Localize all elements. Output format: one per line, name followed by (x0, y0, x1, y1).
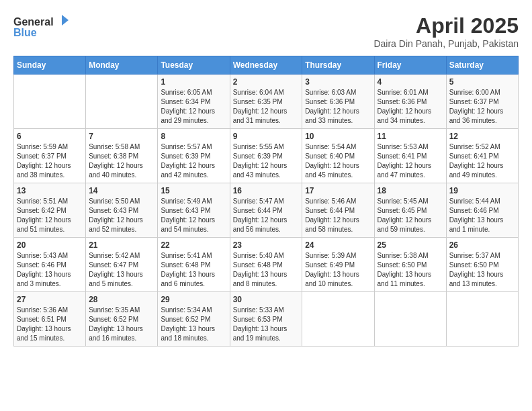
day-number: 15 (161, 186, 226, 195)
day-number: 7 (89, 132, 154, 141)
day-number: 27 (17, 295, 83, 304)
day-info: Sunrise: 5:47 AM Sunset: 6:44 PM Dayligh… (233, 197, 300, 234)
day-info: Sunrise: 6:01 AM Sunset: 6:36 PM Dayligh… (378, 88, 443, 126)
calendar-cell (374, 292, 446, 347)
calendar-cell: 28Sunrise: 5:35 AM Sunset: 6:52 PM Dayli… (86, 292, 158, 347)
calendar-cell: 10Sunrise: 5:54 AM Sunset: 6:40 PM Dayli… (302, 129, 374, 183)
day-info: Sunrise: 5:58 AM Sunset: 6:38 PM Dayligh… (89, 142, 154, 180)
calendar-cell: 6Sunrise: 5:59 AM Sunset: 6:37 PM Daylig… (14, 129, 86, 183)
day-number: 16 (233, 186, 300, 195)
day-info: Sunrise: 5:35 AM Sunset: 6:52 PM Dayligh… (89, 306, 154, 343)
day-info: Sunrise: 5:41 AM Sunset: 6:48 PM Dayligh… (161, 251, 226, 289)
week-row-3: 13Sunrise: 5:51 AM Sunset: 6:42 PM Dayli… (14, 183, 519, 238)
calendar-cell: 2Sunrise: 6:04 AM Sunset: 6:35 PM Daylig… (230, 75, 302, 129)
svg-text:Blue: Blue (13, 27, 37, 38)
day-number: 4 (378, 77, 443, 87)
calendar-cell: 20Sunrise: 5:43 AM Sunset: 6:46 PM Dayli… (14, 238, 86, 292)
day-number: 11 (378, 132, 443, 141)
calendar-cell: 7Sunrise: 5:58 AM Sunset: 6:38 PM Daylig… (86, 129, 158, 183)
day-number: 2 (233, 77, 300, 87)
calendar-cell: 22Sunrise: 5:41 AM Sunset: 6:48 PM Dayli… (158, 238, 230, 292)
calendar-cell: 25Sunrise: 5:38 AM Sunset: 6:50 PM Dayli… (374, 238, 446, 292)
day-info: Sunrise: 5:57 AM Sunset: 6:39 PM Dayligh… (161, 142, 226, 180)
logo-svg: GeneralBlue (13, 13, 81, 40)
calendar-cell (446, 292, 518, 347)
calendar-cell: 21Sunrise: 5:42 AM Sunset: 6:47 PM Dayli… (86, 238, 158, 292)
day-info: Sunrise: 5:45 AM Sunset: 6:45 PM Dayligh… (378, 197, 443, 234)
day-number: 18 (378, 186, 443, 195)
day-info: Sunrise: 5:51 AM Sunset: 6:42 PM Dayligh… (17, 197, 83, 234)
day-info: Sunrise: 5:54 AM Sunset: 6:40 PM Dayligh… (305, 142, 371, 180)
calendar-cell: 26Sunrise: 5:37 AM Sunset: 6:50 PM Dayli… (446, 238, 518, 292)
day-info: Sunrise: 6:00 AM Sunset: 6:37 PM Dayligh… (449, 88, 515, 126)
calendar-cell: 23Sunrise: 5:40 AM Sunset: 6:48 PM Dayli… (230, 238, 302, 292)
day-info: Sunrise: 5:46 AM Sunset: 6:44 PM Dayligh… (305, 197, 371, 234)
calendar-cell: 19Sunrise: 5:44 AM Sunset: 6:46 PM Dayli… (446, 183, 518, 238)
day-info: Sunrise: 5:40 AM Sunset: 6:48 PM Dayligh… (233, 251, 300, 289)
day-info: Sunrise: 5:52 AM Sunset: 6:41 PM Dayligh… (449, 142, 515, 180)
day-info: Sunrise: 5:36 AM Sunset: 6:51 PM Dayligh… (17, 306, 83, 343)
month-title: April 2025 (373, 13, 519, 38)
week-row-4: 20Sunrise: 5:43 AM Sunset: 6:46 PM Dayli… (14, 238, 519, 292)
day-number: 28 (89, 295, 154, 304)
calendar-cell: 9Sunrise: 5:55 AM Sunset: 6:39 PM Daylig… (230, 129, 302, 183)
calendar-cell: 8Sunrise: 5:57 AM Sunset: 6:39 PM Daylig… (158, 129, 230, 183)
day-number: 26 (449, 240, 515, 250)
day-number: 25 (378, 240, 443, 250)
day-info: Sunrise: 5:59 AM Sunset: 6:37 PM Dayligh… (17, 142, 83, 180)
week-row-1: 1Sunrise: 6:05 AM Sunset: 6:34 PM Daylig… (14, 75, 519, 129)
day-info: Sunrise: 6:03 AM Sunset: 6:36 PM Dayligh… (305, 88, 371, 126)
calendar-cell: 11Sunrise: 5:53 AM Sunset: 6:41 PM Dayli… (374, 129, 446, 183)
day-number: 19 (449, 186, 515, 195)
calendar-cell (86, 75, 158, 129)
svg-marker-1 (62, 15, 69, 26)
day-number: 22 (161, 240, 226, 250)
day-info: Sunrise: 5:34 AM Sunset: 6:52 PM Dayligh… (161, 306, 226, 343)
day-number: 24 (305, 240, 371, 250)
day-number: 5 (449, 77, 515, 87)
day-number: 20 (17, 240, 83, 250)
calendar-cell: 18Sunrise: 5:45 AM Sunset: 6:45 PM Dayli… (374, 183, 446, 238)
col-header-wednesday: Wednesday (230, 56, 302, 75)
day-number: 13 (17, 186, 83, 195)
calendar-cell (302, 292, 374, 347)
day-number: 8 (161, 132, 226, 141)
day-info: Sunrise: 5:49 AM Sunset: 6:43 PM Dayligh… (161, 197, 226, 234)
logo: GeneralBlue (13, 13, 81, 40)
week-row-5: 27Sunrise: 5:36 AM Sunset: 6:51 PM Dayli… (14, 292, 519, 347)
calendar-cell: 17Sunrise: 5:46 AM Sunset: 6:44 PM Dayli… (302, 183, 374, 238)
calendar-cell: 30Sunrise: 5:33 AM Sunset: 6:53 PM Dayli… (230, 292, 302, 347)
day-info: Sunrise: 5:33 AM Sunset: 6:53 PM Dayligh… (233, 306, 300, 343)
day-info: Sunrise: 5:50 AM Sunset: 6:43 PM Dayligh… (89, 197, 154, 234)
calendar-cell (14, 75, 86, 129)
calendar-cell: 4Sunrise: 6:01 AM Sunset: 6:36 PM Daylig… (374, 75, 446, 129)
day-info: Sunrise: 5:38 AM Sunset: 6:50 PM Dayligh… (378, 251, 443, 289)
day-info: Sunrise: 5:39 AM Sunset: 6:49 PM Dayligh… (305, 251, 371, 289)
calendar-cell: 3Sunrise: 6:03 AM Sunset: 6:36 PM Daylig… (302, 75, 374, 129)
day-info: Sunrise: 5:37 AM Sunset: 6:50 PM Dayligh… (449, 251, 515, 289)
col-header-friday: Friday (374, 56, 446, 75)
col-header-sunday: Sunday (14, 56, 86, 75)
header: GeneralBlue April 2025 Daira Din Panah, … (13, 13, 519, 49)
day-number: 21 (89, 240, 154, 250)
calendar-cell: 1Sunrise: 6:05 AM Sunset: 6:34 PM Daylig… (158, 75, 230, 129)
calendar-cell: 15Sunrise: 5:49 AM Sunset: 6:43 PM Dayli… (158, 183, 230, 238)
day-number: 1 (161, 77, 226, 87)
week-row-2: 6Sunrise: 5:59 AM Sunset: 6:37 PM Daylig… (14, 129, 519, 183)
day-number: 30 (233, 295, 300, 304)
day-number: 9 (233, 132, 300, 141)
calendar-cell: 27Sunrise: 5:36 AM Sunset: 6:51 PM Dayli… (14, 292, 86, 347)
day-number: 10 (305, 132, 371, 141)
day-info: Sunrise: 6:04 AM Sunset: 6:35 PM Dayligh… (233, 88, 300, 126)
day-number: 12 (449, 132, 515, 141)
calendar-cell: 12Sunrise: 5:52 AM Sunset: 6:41 PM Dayli… (446, 129, 518, 183)
day-number: 17 (305, 186, 371, 195)
day-number: 23 (233, 240, 300, 250)
calendar-cell: 24Sunrise: 5:39 AM Sunset: 6:49 PM Dayli… (302, 238, 374, 292)
day-info: Sunrise: 5:55 AM Sunset: 6:39 PM Dayligh… (233, 142, 300, 180)
day-info: Sunrise: 5:53 AM Sunset: 6:41 PM Dayligh… (378, 142, 443, 180)
calendar-cell: 14Sunrise: 5:50 AM Sunset: 6:43 PM Dayli… (86, 183, 158, 238)
calendar-cell: 16Sunrise: 5:47 AM Sunset: 6:44 PM Dayli… (230, 183, 302, 238)
day-info: Sunrise: 5:43 AM Sunset: 6:46 PM Dayligh… (17, 251, 83, 289)
day-info: Sunrise: 6:05 AM Sunset: 6:34 PM Dayligh… (161, 88, 226, 126)
